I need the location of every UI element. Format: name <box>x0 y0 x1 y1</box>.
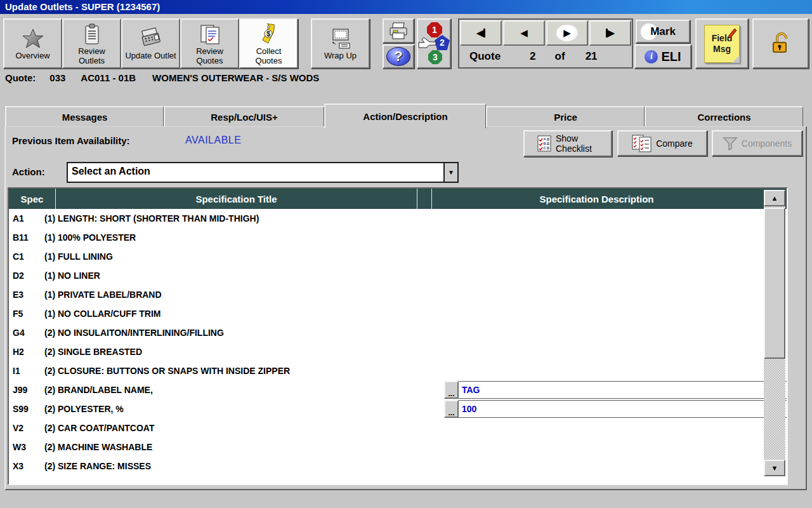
tab-messages[interactable]: Messages <box>5 106 164 127</box>
info-icon: i <box>645 50 658 64</box>
quote-code: AC011 - 01B <box>81 72 136 83</box>
spec-description-value[interactable]: 100 <box>459 400 787 418</box>
tab-action-description[interactable]: Action/Description <box>324 104 486 128</box>
collect-quotes-button[interactable]: $ Collect Quotes <box>239 18 298 69</box>
table-row[interactable]: G4(2) NO INSULAITON/INTERLINING/FILLING <box>9 323 787 342</box>
quote-total: 21 <box>586 50 598 63</box>
next-quote-button[interactable]: ▶ <box>546 20 588 46</box>
table-row[interactable]: S99(2) POLYESTER, %...100 <box>9 399 787 418</box>
checklist-icon: ABC <box>537 135 552 152</box>
field-msg-button[interactable]: Field Msg <box>695 18 749 69</box>
spec-title: (2) MACHINE WASHABLE <box>44 442 787 452</box>
steps-123-icon: 1 2 3 <box>419 21 449 66</box>
quote-description: WOMEN'S OUTERWEAR - S/S WODS <box>152 72 319 83</box>
spec-code: D2 <box>9 271 44 281</box>
pencil-icon <box>727 28 737 39</box>
spec-title: (1) 100% POLYESTER <box>44 232 787 243</box>
update-outlet-button[interactable]: Update Outlet <box>121 18 180 69</box>
scroll-down-button[interactable]: ▼ <box>764 460 785 476</box>
eli-button[interactable]: i ELI <box>634 44 691 69</box>
tab-corrections[interactable]: Corrections <box>645 106 803 127</box>
lock-button[interactable] <box>752 18 809 69</box>
table-row[interactable]: V2(2) CAR COAT/PANTCOAT <box>9 418 787 438</box>
toolbar-button-label: Review Outlets <box>65 46 119 65</box>
spec-title: (1) LENGTH: SHORT (SHORTER THAN MID-THIG… <box>44 213 787 224</box>
action-dropdown[interactable]: Select an Action ▼ <box>67 162 459 183</box>
tab-price[interactable]: Price <box>486 106 645 127</box>
scrollbar-thumb[interactable] <box>764 208 785 359</box>
spec-description-cell: ...100 <box>444 399 787 418</box>
quote-number: 033 <box>49 72 65 83</box>
star-icon <box>22 27 44 51</box>
quote-label: Quote: <box>5 72 36 83</box>
table-row[interactable]: A1(1) LENGTH: SHORT (SHORTER THAN MID-TH… <box>9 209 787 228</box>
spec-code: J99 <box>9 385 44 395</box>
spec-table-header: Spec Specification Title Specification D… <box>9 189 787 209</box>
table-row[interactable]: E3(1) PRIVATE LABEL/BRAND <box>9 285 787 304</box>
review-quotes-button[interactable]: Review Quotes <box>180 18 239 69</box>
help-icon: ? <box>386 47 410 66</box>
previous-quote-button[interactable]: ◀ <box>503 20 545 46</box>
table-scrollbar[interactable]: ▲ ▼ <box>764 190 785 476</box>
ellipsis-button[interactable]: ... <box>444 400 459 418</box>
table-row[interactable]: I1(2) CLOSURE: BUTTONS OR SNAPS WITH INS… <box>9 361 787 380</box>
table-row[interactable]: W3(2) MACHINE WASHABLE <box>9 438 787 457</box>
header-spec: Spec <box>9 189 56 209</box>
overview-button[interactable]: Overview <box>3 18 62 69</box>
print-button[interactable] <box>383 18 414 43</box>
spec-title: (2) POLYESTER, % <box>44 404 444 414</box>
spec-code: V2 <box>9 423 44 433</box>
clipboard-icon <box>83 22 101 46</box>
table-row[interactable]: J99(2) BRAND/LABEL NAME,...TAG <box>9 380 787 399</box>
compare-label: Compare <box>656 138 693 149</box>
mark-button[interactable]: Mark <box>636 20 690 43</box>
toolbar-button-label: Update Outlet <box>125 51 176 60</box>
title-bar: Update Outlets - SUPER (1234567) <box>0 0 812 14</box>
quote-header: Quote: 033 AC011 - 01B WOMEN'S OUTERWEAR… <box>5 72 319 83</box>
toolbar-button-label: Review Quotes <box>183 46 237 65</box>
scroll-up-icon: ▲ <box>771 194 778 202</box>
table-row[interactable]: C1(1) FULL LINING <box>9 247 787 266</box>
spec-code: S99 <box>9 404 44 414</box>
svg-text:A: A <box>544 137 547 141</box>
dropdown-arrow-button[interactable]: ▼ <box>443 163 457 182</box>
quote-current: 2 <box>530 50 535 63</box>
toolbar-button-label: Wrap Up <box>324 51 357 60</box>
toolbar: Overview Review Outlets Update Outlet Re… <box>0 15 812 71</box>
spec-code: C1 <box>9 251 44 262</box>
show-checklist-button[interactable]: ABC Show Checklist <box>523 130 612 157</box>
quote-counter-label: Quote <box>469 50 501 63</box>
spec-code: B11 <box>9 232 44 243</box>
header-mini-column <box>417 189 432 209</box>
review-outlets-button[interactable]: Review Outlets <box>62 18 121 69</box>
compare-icon <box>632 135 652 152</box>
tab-resp-loc-uis[interactable]: Resp/Loc/UIS+ <box>164 106 324 127</box>
previous-item-availability-value: AVAILABLE <box>185 135 241 146</box>
help-button[interactable]: ? <box>383 44 414 69</box>
first-quote-button[interactable]: ◀ <box>460 20 502 46</box>
spec-title: (2) CAR COAT/PANTCOAT <box>44 423 787 433</box>
wrap-up-button[interactable]: Wrap Up <box>311 18 370 69</box>
ellipsis-button[interactable]: ... <box>444 381 459 399</box>
table-row[interactable]: F5(1) NO COLLAR/CUFF TRIM <box>9 304 787 323</box>
spec-title: (1) PRIVATE LABEL/BRAND <box>44 290 787 300</box>
table-row[interactable]: B11(1) 100% POLYESTER <box>9 228 787 247</box>
svg-text:C: C <box>544 146 547 150</box>
unlocked-padlock-icon <box>768 31 794 57</box>
steps-123-button[interactable]: 1 2 3 <box>417 18 451 69</box>
spec-description-value[interactable]: TAG <box>459 381 787 399</box>
table-row[interactable]: X3(2) SIZE RANGE: MISSES <box>9 457 787 476</box>
spec-table-rows: A1(1) LENGTH: SHORT (SHORTER THAN MID-TH… <box>9 209 787 476</box>
compare-button[interactable]: Compare <box>617 130 707 156</box>
scroll-up-button[interactable]: ▲ <box>764 190 785 206</box>
spec-description-cell: ...TAG <box>444 380 787 399</box>
pointing-hand-icon <box>418 36 437 49</box>
table-row[interactable]: D2(1) NO LINER <box>9 266 787 285</box>
eli-label: ELI <box>661 50 681 64</box>
spec-code: I1 <box>9 366 44 376</box>
components-button: Components <box>712 130 802 156</box>
last-quote-button[interactable]: ▶ <box>589 20 631 46</box>
show-checklist-label: Show Checklist <box>556 133 599 154</box>
table-row[interactable]: H2(2) SINGLE BREASTED <box>9 342 787 361</box>
field-msg-line2: Msg <box>713 44 731 55</box>
